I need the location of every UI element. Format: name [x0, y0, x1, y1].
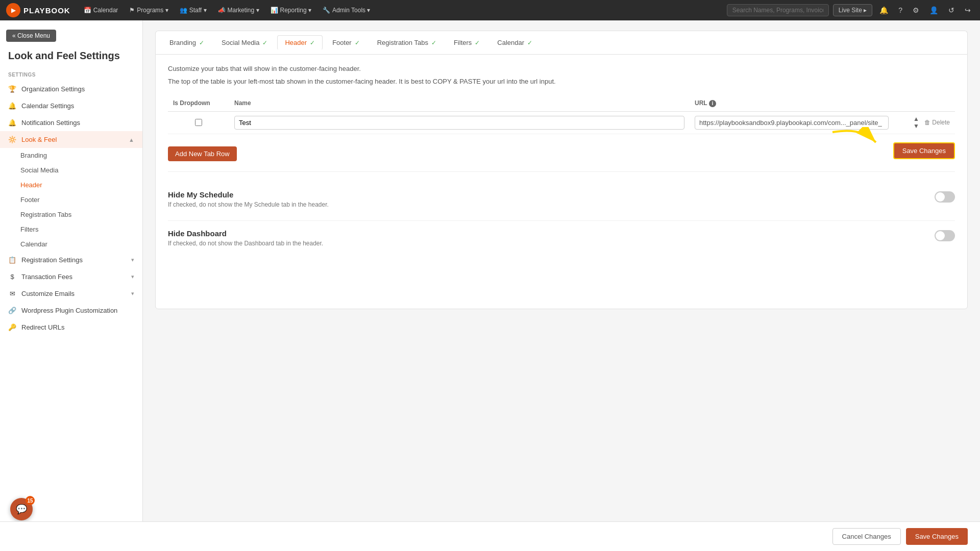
- section-divider-1: [168, 171, 955, 172]
- tab-branding-check: ✓: [199, 39, 204, 46]
- sidebar-item-calendar-settings[interactable]: 🔔 Calendar Settings: [0, 97, 142, 114]
- key-icon: 🔑: [8, 323, 16, 331]
- content-panel: Customize your tabs that will show in th…: [155, 54, 968, 309]
- sidebar-sub-calendar[interactable]: Calendar: [0, 237, 142, 252]
- sort-buttons: ▲ ▼: [913, 116, 919, 129]
- is-dropdown-checkbox[interactable]: [195, 119, 202, 126]
- chat-badge: 15: [26, 496, 35, 505]
- sidebar-item-redirect-urls[interactable]: 🔑 Redirect URLs: [0, 319, 142, 336]
- logo-area[interactable]: ▶ PLAYBOOK: [6, 3, 70, 17]
- hide-dashboard-toggle[interactable]: [935, 230, 955, 241]
- tab-header[interactable]: Header ✓: [277, 35, 323, 50]
- registration-icon: 📋: [8, 256, 16, 264]
- row-actions: ▲ ▼ 🗑 Delete: [899, 116, 950, 129]
- chat-bubble[interactable]: 💬 15: [10, 498, 33, 520]
- col-header-name: Name: [229, 95, 690, 111]
- cancel-changes-button[interactable]: Cancel Changes: [832, 528, 901, 545]
- chevron-down-icon-2: ▾: [131, 273, 134, 280]
- tab-calendar[interactable]: Calendar ✓: [489, 35, 540, 50]
- sidebar-item-customize-emails[interactable]: ✉ Customize Emails ▾: [0, 285, 142, 302]
- add-tab-button[interactable]: Add New Tab Row: [168, 146, 237, 161]
- history-icon[interactable]: ↺: [945, 4, 958, 16]
- bell-icon: 🔔: [8, 102, 16, 110]
- tab-calendar-check: ✓: [527, 39, 532, 46]
- hide-my-schedule-title: Hide My Schedule: [168, 190, 935, 199]
- content-desc-1: Customize your tabs that will show in th…: [168, 65, 955, 72]
- nav-admin-tools[interactable]: 🔧 Admin Tools ▾: [317, 4, 375, 17]
- sidebar-item-wordpress[interactable]: 🔗 Wordpress Plugin Customization: [0, 302, 142, 319]
- save-changes-button-inline[interactable]: Save Changes: [893, 142, 955, 159]
- app-body: « Close Menu Look and Feel Settings SETT…: [0, 20, 980, 551]
- delete-button[interactable]: 🗑 Delete: [924, 119, 950, 126]
- settings-section-label: SETTINGS: [0, 70, 142, 81]
- logo-text: PLAYBOOK: [23, 6, 70, 15]
- hide-dashboard-info: Hide Dashboard If checked, do not show t…: [168, 229, 935, 251]
- sidebar-sub-branding[interactable]: Branding: [0, 148, 142, 163]
- name-cell: [229, 111, 690, 134]
- chevron-down-icon-3: ▾: [131, 290, 134, 297]
- user-icon[interactable]: 👤: [926, 4, 941, 16]
- live-site-button[interactable]: Live Site ▸: [833, 4, 872, 16]
- nav-reporting[interactable]: 📊 Reporting ▾: [265, 4, 316, 17]
- nav-programs[interactable]: ⚑ Programs ▾: [124, 4, 173, 17]
- sidebar-sub-footer[interactable]: Footer: [0, 192, 142, 207]
- nav-staff[interactable]: 👥 Staff ▾: [175, 4, 212, 17]
- hide-dashboard-desc: If checked, do not show the Dashboard ta…: [168, 240, 935, 247]
- page-title: Look and Feel Settings: [0, 50, 142, 70]
- sidebar-item-transaction-fees[interactable]: $ Transaction Fees ▾: [0, 268, 142, 285]
- nav-right: Live Site ▸ 🔔 ? ⚙ 👤 ↺ ↪: [727, 4, 974, 16]
- hide-my-schedule-toggle[interactable]: [935, 191, 955, 203]
- save-arrow-container: Save Changes: [893, 142, 955, 159]
- tab-branding[interactable]: Branding ✓: [162, 35, 212, 50]
- sort-down-button[interactable]: ▼: [913, 123, 919, 129]
- sidebar-sub-filters[interactable]: Filters: [0, 222, 142, 237]
- tab-footer[interactable]: Footer ✓: [325, 35, 368, 50]
- sidebar: « Close Menu Look and Feel Settings SETT…: [0, 20, 143, 551]
- sidebar-item-notification-settings[interactable]: 🔔 Notification Settings: [0, 114, 142, 131]
- hide-my-schedule-row: Hide My Schedule If checked, do not show…: [168, 182, 955, 221]
- help-icon[interactable]: ?: [895, 4, 905, 16]
- sidebar-item-organization-settings[interactable]: 🏆 Organization Settings: [0, 81, 142, 97]
- chevron-down-icon: ▾: [131, 257, 134, 263]
- sidebar-sub-header[interactable]: Header: [0, 178, 142, 192]
- tab-footer-check: ✓: [355, 39, 360, 46]
- sort-up-button[interactable]: ▲: [913, 116, 919, 122]
- actions-cell: ▲ ▼ 🗑 Delete: [894, 111, 955, 134]
- bell-icon-2: 🔔: [8, 119, 16, 127]
- dollar-icon: $: [8, 273, 16, 281]
- checkbox-cell: [173, 119, 224, 126]
- close-menu-button[interactable]: « Close Menu: [6, 30, 56, 42]
- sidebar-sub-registration-tabs[interactable]: Registration Tabs: [0, 207, 142, 222]
- settings-icon[interactable]: ⚙: [910, 4, 922, 16]
- url-info-icon[interactable]: i: [709, 100, 716, 107]
- tab-filters[interactable]: Filters ✓: [446, 35, 487, 50]
- tab-registration-tabs[interactable]: Registration Tabs ✓: [370, 35, 444, 50]
- nav-calendar[interactable]: 📅 Calendar: [79, 4, 124, 17]
- main-content: Branding ✓ Social Media ✓ Header ✓ Foote…: [143, 20, 980, 551]
- notifications-icon[interactable]: 🔔: [876, 4, 891, 16]
- hide-dashboard-row: Hide Dashboard If checked, do not show t…: [168, 221, 955, 259]
- tab-social-check: ✓: [262, 39, 267, 46]
- search-input[interactable]: [727, 4, 829, 16]
- tab-header-check: ✓: [310, 39, 315, 46]
- tab-filters-check: ✓: [475, 39, 480, 46]
- sidebar-sub-social-media[interactable]: Social Media: [0, 163, 142, 178]
- col-header-actions: [894, 95, 955, 111]
- tabs-bar: Branding ✓ Social Media ✓ Header ✓ Foote…: [155, 31, 968, 54]
- tab-social-media[interactable]: Social Media ✓: [214, 35, 275, 50]
- chevron-up-icon: ▲: [129, 137, 134, 143]
- logout-icon[interactable]: ↪: [962, 4, 974, 16]
- wordpress-icon: 🔗: [8, 307, 16, 314]
- sidebar-item-look-feel[interactable]: 🔆 Look & Feel ▲: [0, 131, 142, 148]
- nav-marketing[interactable]: 📣 Marketing ▾: [213, 4, 264, 17]
- tab-name-input[interactable]: [234, 116, 684, 130]
- col-header-url: URL i: [690, 95, 894, 111]
- yellow-arrow-annotation: [827, 127, 889, 158]
- email-icon: ✉: [8, 290, 16, 297]
- hide-my-schedule-desc: If checked, do not show the My Schedule …: [168, 201, 935, 208]
- save-changes-footer-button[interactable]: Save Changes: [906, 528, 968, 545]
- content-desc-2: The top of the table is your left-most t…: [168, 78, 955, 85]
- tab-registration-check: ✓: [431, 39, 436, 46]
- sidebar-item-registration-settings[interactable]: 📋 Registration Settings ▾: [0, 252, 142, 268]
- bottom-footer: Cancel Changes Save Changes: [0, 521, 980, 551]
